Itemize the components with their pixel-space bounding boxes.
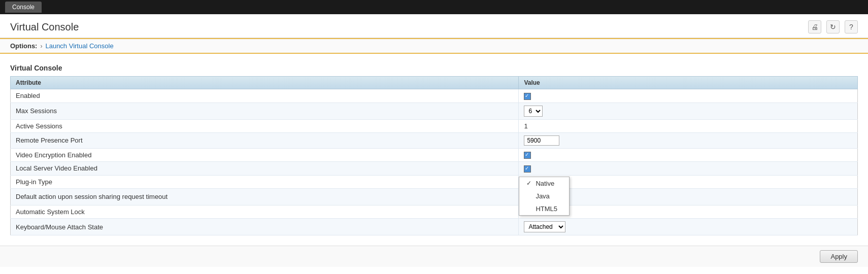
page-title: Virtual Console — [10, 21, 79, 33]
enabled-checkbox[interactable] — [524, 93, 531, 100]
plugin-option-html5[interactable]: HTML5 — [519, 202, 569, 215]
print-icon[interactable]: 🖨 — [808, 20, 821, 33]
virtual-console-table: Attribute Value Enabled Max Sessions 123… — [10, 76, 858, 235]
val-video-encryption — [519, 148, 858, 162]
java-checkmark — [526, 192, 532, 199]
attr-kb-attach: Keyboard/Mouse Attach State — [11, 219, 519, 235]
val-enabled — [519, 89, 858, 103]
console-tab[interactable]: Console — [5, 2, 42, 13]
col-value: Value — [519, 77, 858, 89]
table-row: Max Sessions 12345678 — [11, 102, 858, 119]
attr-local-server-video: Local Server Video Enabled — [11, 162, 519, 176]
table-header-row: Attribute Value — [11, 77, 858, 89]
header-icons: 🖨 ↻ ? — [808, 20, 858, 33]
attr-default-action: Default action upon session sharing requ… — [11, 188, 519, 205]
val-max-sessions: 12345678 — [519, 102, 858, 119]
max-sessions-select[interactable]: 12345678 — [524, 106, 543, 117]
plugin-type-dropdown[interactable]: ✓ Native Java HTML5 — [519, 177, 570, 216]
table-row: Keyboard/Mouse Attach State Attached Det… — [11, 219, 858, 235]
remote-port-input[interactable] — [524, 135, 559, 146]
page-header: Virtual Console 🖨 ↻ ? — [0, 14, 868, 38]
topbar: Console — [0, 0, 868, 14]
table-row: Remote Presence Port — [11, 132, 858, 148]
attr-plugin-type: Plug-in Type — [11, 175, 519, 188]
kb-attach-select[interactable]: Attached Detached — [524, 221, 565, 232]
table-row: Local Server Video Enabled — [11, 162, 858, 176]
col-attribute: Attribute — [11, 77, 519, 89]
attr-remote-port: Remote Presence Port — [11, 132, 519, 148]
local-server-video-checkbox[interactable] — [524, 165, 531, 173]
attr-max-sessions: Max Sessions — [11, 102, 519, 119]
table-row: Enabled — [11, 89, 858, 103]
table-row: Automatic System Lock — [11, 205, 858, 219]
val-kb-attach: Attached Detached — [519, 219, 858, 235]
plugin-html5-label: HTML5 — [536, 205, 557, 213]
html5-checkmark — [526, 205, 532, 212]
val-local-server-video — [519, 162, 858, 176]
plugin-option-java[interactable]: Java — [519, 190, 569, 202]
launch-virtual-console-link[interactable]: Launch Virtual Console — [45, 42, 113, 50]
attr-auto-lock: Automatic System Lock — [11, 205, 519, 219]
breadcrumb-arrow: › — [40, 43, 42, 50]
val-active-sessions: 1 — [519, 119, 858, 132]
apply-button[interactable]: Apply — [820, 250, 858, 263]
plugin-native-label: Native — [536, 180, 554, 187]
refresh-icon[interactable]: ↻ — [826, 20, 840, 33]
main-content: Virtual Console Attribute Value Enabled … — [0, 54, 868, 246]
native-checkmark: ✓ — [526, 180, 532, 187]
breadcrumb-options-label: Options: — [10, 42, 37, 50]
breadcrumb: Options: › Launch Virtual Console — [0, 38, 868, 54]
table-row: Plug-in Type ✓ Native Java — [11, 175, 858, 188]
val-remote-port — [519, 132, 858, 148]
attr-video-encryption: Video Encryption Enabled — [11, 148, 519, 162]
val-plugin-type: ✓ Native Java HTML5 — [519, 175, 858, 188]
section-title: Virtual Console — [10, 64, 858, 72]
video-encryption-checkbox[interactable] — [524, 152, 531, 159]
bottom-bar: Apply — [0, 246, 868, 267]
help-icon[interactable]: ? — [845, 20, 858, 33]
table-row: Default action upon session sharing requ… — [11, 188, 858, 205]
table-row: Active Sessions 1 — [11, 119, 858, 132]
attr-active-sessions: Active Sessions — [11, 119, 519, 132]
attr-enabled: Enabled — [11, 89, 519, 103]
plugin-option-native[interactable]: ✓ Native — [519, 177, 569, 190]
plugin-java-label: Java — [536, 192, 549, 200]
table-row: Video Encryption Enabled — [11, 148, 858, 162]
